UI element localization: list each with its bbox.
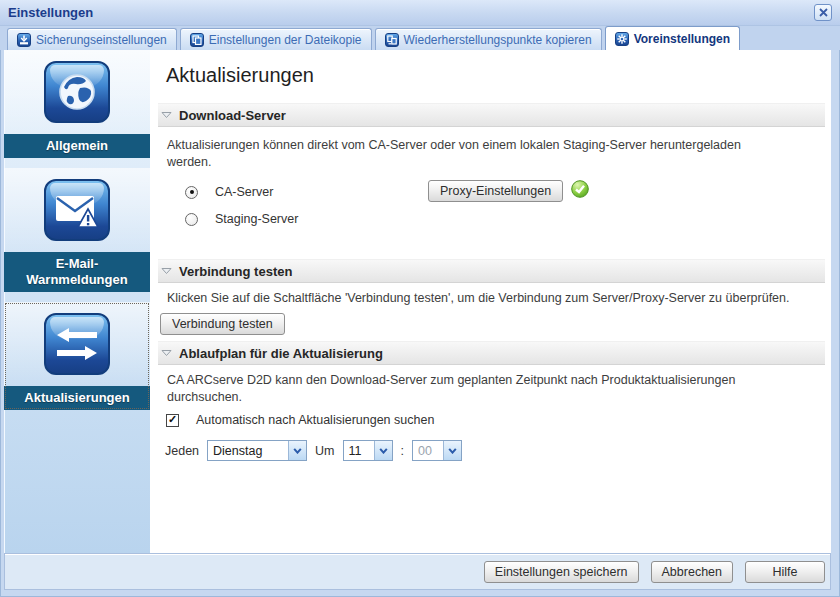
proxy-settings-button[interactable]: Proxy-Einstellungen — [428, 180, 563, 202]
day-select[interactable]: Dienstag — [207, 440, 307, 461]
tab-bar: Sicherungseinstellungen Einstellungen de… — [0, 26, 840, 50]
hour-select[interactable]: 11 — [343, 440, 393, 461]
download-server-description: Aktualisierungen können direkt vom CA-Se… — [167, 137, 772, 171]
preferences-gear-icon — [615, 32, 629, 46]
tab-einstellungen-der-dateikopie[interactable]: Einstellungen der Dateikopie — [180, 28, 372, 50]
sync-arrows-icon — [44, 313, 110, 375]
backup-settings-icon — [17, 33, 31, 47]
checkbox-icon — [166, 414, 179, 427]
sidebar-item-label: Aktualisierungen — [4, 386, 150, 410]
schedule-row: Jeden Dienstag Um 11 : 00 — [165, 440, 821, 461]
collapse-triangle-icon — [161, 267, 172, 275]
radio-button-icon — [185, 213, 198, 226]
section-header-download-server[interactable]: Download-Server — [158, 103, 825, 127]
download-server-options: CA-Server Staging-Server Proxy-Einstellu… — [185, 183, 821, 249]
radio-button-icon — [185, 186, 198, 199]
every-label: Jeden — [165, 444, 199, 458]
tab-wiederherstellungspunkte-kopieren[interactable]: Wiederherstellungspunkte kopieren — [375, 28, 602, 50]
collapse-triangle-icon — [161, 349, 172, 357]
icon-cell — [4, 168, 150, 252]
radio-staging-server[interactable]: Staging-Server — [185, 210, 821, 228]
content-panel: Aktualisierungen Download-Server Aktuali… — [150, 50, 831, 553]
tab-sicherungseinstellungen[interactable]: Sicherungseinstellungen — [7, 28, 177, 50]
update-schedule-description: CA ARCserve D2D kann den Download-Server… — [167, 372, 772, 406]
auto-update-checkbox-row[interactable]: Automatisch nach Aktualisierungen suchen — [166, 413, 821, 427]
chevron-down-icon[interactable] — [374, 441, 392, 460]
tab-voreinstellungen[interactable]: Voreinstellungen — [605, 26, 740, 50]
tab-label: Wiederherstellungspunkte kopieren — [404, 33, 592, 47]
close-icon[interactable] — [814, 4, 832, 21]
icon-cell — [4, 50, 150, 134]
save-settings-button[interactable]: Einstellungen speichern — [484, 561, 639, 583]
window-title: Einstellungen — [8, 5, 93, 20]
tab-label: Einstellungen der Dateikopie — [209, 33, 362, 47]
collapse-triangle-icon — [161, 111, 172, 119]
day-select-value: Dienstag — [208, 441, 288, 460]
cancel-button[interactable]: Abbrechen — [651, 561, 733, 583]
proxy-cluster: Proxy-Einstellungen — [428, 180, 589, 202]
sidebar-item-aktualisierungen[interactable]: Aktualisierungen — [4, 302, 150, 410]
tab-label: Voreinstellungen — [634, 32, 730, 46]
email-alert-icon — [44, 179, 110, 241]
file-copy-settings-icon — [190, 33, 204, 47]
section-header-test-connection[interactable]: Verbindung testen — [158, 259, 825, 283]
radio-label: Staging-Server — [215, 212, 298, 226]
sidebar-item-email-warnmeldungen[interactable]: E-Mail-Warnmeldungen — [4, 168, 150, 292]
section-title: Ablaufplan für die Aktualisierung — [179, 346, 383, 361]
globe-icon — [44, 61, 110, 123]
footer-bar: Einstellungen speichern Abbrechen Hilfe — [4, 553, 831, 590]
sidebar-item-label: E-Mail-Warnmeldungen — [4, 252, 150, 292]
chevron-down-icon[interactable] — [288, 441, 306, 460]
minute-select[interactable]: 00 — [412, 440, 462, 461]
section-title: Download-Server — [179, 108, 286, 123]
test-connection-description: Klicken Sie auf die Schaltfläche 'Verbin… — [167, 290, 821, 307]
settings-window: Einstellungen Sicherungseinstellungen Ei… — [0, 0, 840, 597]
section-title: Verbindung testen — [179, 264, 292, 279]
radio-label: CA-Server — [215, 185, 273, 199]
hour-select-value: 11 — [344, 441, 374, 460]
sidebar: Allgemein E-Mail-Warnmeldungen — [4, 50, 150, 553]
minute-select-value: 00 — [413, 441, 443, 460]
icon-cell — [4, 302, 150, 386]
sidebar-item-allgemein[interactable]: Allgemein — [4, 50, 150, 158]
page-title: Aktualisierungen — [166, 64, 821, 87]
tab-label: Sicherungseinstellungen — [36, 33, 167, 47]
at-label: Um — [315, 444, 334, 458]
green-check-icon — [571, 180, 589, 202]
section-header-update-schedule[interactable]: Ablaufplan für die Aktualisierung — [158, 341, 825, 365]
test-connection-button[interactable]: Verbindung testen — [160, 313, 285, 335]
titlebar: Einstellungen — [0, 0, 840, 26]
checkbox-label: Automatisch nach Aktualisierungen suchen — [196, 413, 434, 427]
sidebar-item-label: Allgemein — [4, 134, 150, 158]
time-separator: : — [401, 444, 404, 458]
chevron-down-icon[interactable] — [443, 441, 461, 460]
main-area: Allgemein E-Mail-Warnmeldungen — [4, 50, 831, 553]
copy-recovery-points-icon — [385, 33, 399, 47]
help-button[interactable]: Hilfe — [745, 561, 825, 583]
